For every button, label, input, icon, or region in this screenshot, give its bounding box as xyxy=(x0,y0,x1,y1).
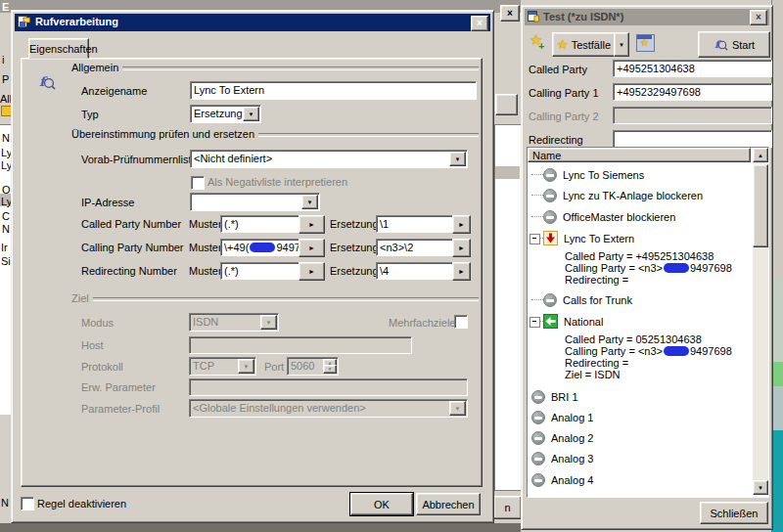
tree-item-port[interactable]: Analog 1 xyxy=(531,410,593,424)
list-header-name[interactable]: Name xyxy=(528,148,751,162)
tree-collapse-box[interactable] xyxy=(530,234,540,244)
vorab-combobox[interactable]: <Nicht definiert> ▼ xyxy=(190,150,468,168)
vorab-label: Vorab-Prüfnummernliste xyxy=(81,154,198,165)
fx-rule-icon: f xyxy=(38,73,56,91)
tree-item-rule[interactable]: Lync To Siemens xyxy=(543,167,644,182)
calling-ersetzung-arrow-button[interactable]: ► xyxy=(452,239,471,257)
calling-muster-post: 9497 xyxy=(276,242,299,253)
tree-item-detail: Calling Party = <n3>9497698 xyxy=(565,262,732,274)
background-list-letter: N xyxy=(2,223,10,235)
background-list-letter: i xyxy=(2,54,4,66)
scroll-down-button[interactable]: ▼ xyxy=(753,480,768,495)
tree-collapse-box[interactable] xyxy=(530,317,540,328)
called-ersetzung-input[interactable]: \1 xyxy=(376,215,456,233)
ok-button[interactable]: OK xyxy=(350,493,413,515)
rules-list: Name ▲ ▼ Lync To SiemensLync zu TK-Anlag… xyxy=(527,147,769,498)
ip-adresse-combobox[interactable]: ▼ xyxy=(190,193,320,211)
called-party-input[interactable]: +495251304638 xyxy=(613,60,772,77)
add-testcase-icon[interactable]: ★ + xyxy=(530,33,547,51)
test-window: Test (*zu ISDN*) × ★ + ★ Testfälle ▼ ★ f… xyxy=(521,5,773,530)
tree-item-rule[interactable]: OfficeMaster blockieren xyxy=(543,209,675,224)
tree-item-rule[interactable]: National xyxy=(543,314,603,329)
tree-connector xyxy=(531,174,543,175)
scroll-thumb[interactable] xyxy=(753,164,768,247)
calling-party2-input xyxy=(613,107,772,124)
redirecting-ersetzung-input[interactable]: \4 xyxy=(376,262,456,280)
dialog-close-button[interactable]: × xyxy=(471,16,488,31)
tree-item-detail: Redirecting = xyxy=(565,357,628,369)
schliessen-label: Schließen xyxy=(711,508,759,519)
group-ziel-label: Ziel xyxy=(71,292,93,304)
calling-ersetzung-input[interactable]: <n3>\2 xyxy=(376,239,456,256)
ok-label: OK xyxy=(374,499,390,510)
tree-item-port[interactable]: Analog 3 xyxy=(531,451,593,466)
tree-item-rule[interactable]: Calls for Trunk xyxy=(543,292,632,307)
anzeigename-label: Anzeigename xyxy=(81,85,147,97)
tab-eigenschaften[interactable]: Eigenschaften xyxy=(28,38,89,59)
background-close-partial-button[interactable]: n xyxy=(493,496,522,519)
blocked-rule-icon xyxy=(531,411,545,424)
redaction-blob xyxy=(250,243,275,252)
tree-item-label: Lync zu TK-Anlage blockeren xyxy=(563,190,703,201)
calling-muster-input[interactable]: \+49(9497 xyxy=(220,239,302,256)
testfaelle-button[interactable]: ★ Testfälle xyxy=(552,32,616,57)
calling-party1-input[interactable]: +4952329497698 xyxy=(613,83,772,101)
called-muster-input[interactable]: (.*) xyxy=(220,215,302,233)
regel-deaktivieren-checkbox[interactable] xyxy=(21,497,34,510)
calling-party-number-label: Calling Party Number xyxy=(81,242,184,253)
right-arrow-icon: ► xyxy=(458,268,465,275)
tree-item-label: OfficeMaster blockieren xyxy=(563,211,675,223)
modus-combobox: ISDN ▼ xyxy=(189,313,279,332)
host-label: Host xyxy=(81,339,104,351)
protokoll-value: TCP xyxy=(193,360,214,372)
scrollbar[interactable]: ▲ ▼ xyxy=(753,148,768,495)
redirecting-muster-arrow-button[interactable]: ► xyxy=(299,262,325,281)
ip-adresse-label: IP-Adresse xyxy=(81,197,134,208)
background-small-button[interactable] xyxy=(495,94,518,115)
dialog-titlebar[interactable]: Rufverarbeitung × xyxy=(15,14,490,31)
anzeigename-input[interactable]: Lync To Extern xyxy=(190,81,477,100)
regel-deaktivieren-label: Regel deaktivieren xyxy=(37,498,126,510)
chevron-down-icon[interactable]: ▼ xyxy=(301,195,318,209)
typ-combobox[interactable]: Ersetzung ▼ xyxy=(190,105,261,123)
abbrechen-label: Abbrechen xyxy=(422,499,474,510)
redirecting-label: Redirecting xyxy=(529,134,583,146)
testfaelle-dropdown-button[interactable]: ▼ xyxy=(614,32,629,57)
tree-item-label: Analog 2 xyxy=(551,432,593,444)
called-muster-arrow-button[interactable]: ► xyxy=(299,215,325,234)
chevron-down-icon[interactable]: ▼ xyxy=(449,152,466,166)
calling-muster-arrow-button[interactable]: ► xyxy=(299,239,325,257)
mehrfachziele-label: Mehrfachziele xyxy=(389,317,455,329)
background-close-button[interactable]: × xyxy=(500,5,520,22)
background-bottom-letter: N xyxy=(1,497,9,509)
tree-item-port[interactable]: Analog 4 xyxy=(531,472,593,487)
negativliste-checkbox[interactable] xyxy=(191,176,205,190)
chevron-down-icon[interactable]: ▼ xyxy=(243,107,259,121)
group-match: Übereinstimmung prüfen und ersetzen xyxy=(71,128,479,140)
calling-party2-label: Calling Party 2 xyxy=(529,111,599,122)
test-close-button[interactable]: × xyxy=(750,10,767,25)
start-button[interactable]: f Start xyxy=(698,31,770,58)
tree-item-port[interactable]: Analog 2 xyxy=(531,430,593,445)
calling-muster-pre: \+49( xyxy=(224,242,249,253)
test-titlebar[interactable]: Test (*zu ISDN*) × xyxy=(525,9,769,25)
testfaelle-label: Testfälle xyxy=(572,39,611,51)
called-party-number-label: Called Party Number xyxy=(81,218,181,230)
schliessen-button[interactable]: Schließen xyxy=(700,502,768,524)
muster-label: Muster xyxy=(189,265,222,277)
called-ersetzung-arrow-button[interactable]: ► xyxy=(452,215,471,234)
redirecting-number-label: Redirecting Number xyxy=(81,265,177,277)
tree-item-rule[interactable]: Lync To Extern xyxy=(543,231,634,245)
scroll-up-button[interactable]: ▲ xyxy=(753,148,768,162)
down-arrow-icon: ▼ xyxy=(758,485,763,491)
export-testcases-icon[interactable]: ★ xyxy=(636,34,655,52)
redirecting-input[interactable] xyxy=(613,130,772,148)
plus-icon: + xyxy=(538,40,544,52)
redirecting-muster-input[interactable]: (.*) xyxy=(220,262,302,280)
port-value: 5060 xyxy=(291,360,314,372)
background-selected-row-right xyxy=(495,166,520,179)
abbrechen-button[interactable]: Abbrechen xyxy=(416,493,481,515)
tree-item-port[interactable]: BRI 1 xyxy=(531,389,578,404)
tree-item-rule[interactable]: Lync zu TK-Anlage blockeren xyxy=(543,188,703,202)
redirecting-ersetzung-arrow-button[interactable]: ► xyxy=(452,262,471,281)
